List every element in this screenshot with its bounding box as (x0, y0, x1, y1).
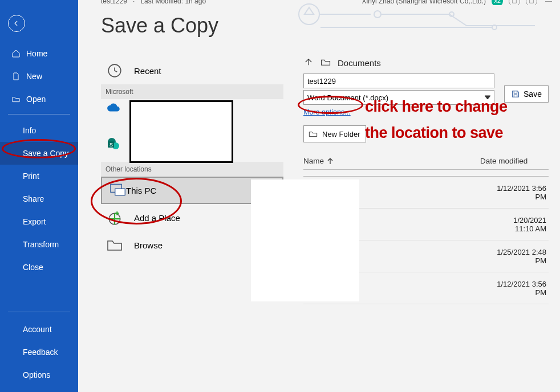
sidebar-label-open: Open (26, 95, 46, 104)
breadcrumb: Documents (303, 54, 549, 71)
locations-heading-microsoft: Microsoft (101, 84, 283, 99)
provider-onedrive[interactable] (101, 99, 283, 133)
new-folder-label: New Folder (322, 130, 360, 138)
whiteout-mask (251, 179, 359, 301)
sidebar-item-account[interactable]: Account (0, 318, 78, 341)
clock-icon (107, 63, 123, 79)
window-min-icon[interactable]: — (543, 0, 554, 5)
back-button[interactable] (8, 15, 25, 32)
last-modified: Last Modified: 1h ago (140, 0, 206, 5)
sidebar-item-share[interactable]: Share (0, 187, 78, 210)
new-folder-button[interactable]: New Folder (303, 125, 366, 142)
file-date-cell: 1/25/2021 2:48 PM (496, 248, 549, 265)
sidebar-item-close[interactable]: Close (0, 256, 78, 279)
annotation-circle-more-options (298, 96, 363, 114)
save-button-label: Save (524, 89, 542, 99)
file-date-cell: 1/20/2021 11:10 AM (496, 216, 549, 233)
sort-asc-icon (327, 158, 333, 164)
decorative-lines-icon (286, 0, 560, 34)
file-date-cell: 1/12/2021 3:56 PM (496, 184, 549, 201)
sidebar-item-home[interactable]: Home (0, 42, 78, 65)
dot: · (133, 0, 135, 5)
save-icon (511, 89, 520, 99)
backstage-sidebar: Home New Open Info Save a Copy Print Sha… (0, 0, 78, 392)
sidebar-item-print[interactable]: Print (0, 165, 78, 187)
sidebar-item-info[interactable]: Info (0, 119, 78, 142)
window-control-icon[interactable] (509, 0, 520, 5)
sidebar-nav-top: Home New Open Info Save a Copy Print Sha… (0, 42, 78, 279)
doc-filename: test1229 (101, 0, 127, 5)
sidebar-item-open[interactable]: Open (0, 88, 78, 111)
annotation-text-line1: click here to change (365, 98, 508, 116)
sidebar-item-options[interactable]: Options (0, 364, 78, 386)
filename-input[interactable] (303, 74, 494, 88)
sidebar-separator (8, 114, 70, 115)
arrow-left-icon (13, 19, 21, 27)
sidebar-item-export[interactable]: Export (0, 210, 78, 233)
folder-open-icon[interactable] (320, 57, 331, 69)
sidebar-item-feedback[interactable]: Feedback (0, 341, 78, 364)
file-list-header: Name Date modified (303, 153, 549, 170)
folder-open-icon (11, 95, 21, 104)
column-name[interactable]: Name (303, 157, 480, 165)
user-avatar[interactable]: XZ (492, 0, 503, 5)
svg-text:S: S (109, 142, 113, 148)
svg-point-1 (374, 11, 381, 18)
sharepoint-icon: S (107, 137, 120, 153)
user-name: Xinyi Zhao (Shanghai Wicresoft Co,.Ltd.) (362, 0, 486, 5)
window-control-icon[interactable] (526, 0, 537, 5)
annotation-circle-save-a-copy (2, 139, 76, 158)
cloud-icon (107, 103, 121, 115)
sidebar-label-new: New (26, 72, 42, 81)
breadcrumb-folder[interactable]: Documents (338, 58, 381, 68)
home-icon (11, 49, 21, 58)
page-title: Save a Copy (101, 14, 218, 38)
sidebar-label-home: Home (26, 49, 47, 58)
annotation-circle-this-pc (91, 178, 182, 224)
document-thumbnail (129, 100, 233, 163)
annotation-text-line2: the location to save (365, 124, 503, 142)
sidebar-separator-bottom (8, 312, 70, 312)
sidebar-item-transform[interactable]: Transform (0, 233, 78, 256)
location-recent[interactable]: Recent (101, 57, 283, 84)
location-label: Recent (134, 66, 161, 76)
sidebar-nav-bottom: Account Feedback Options (0, 308, 78, 386)
title-bar: test1229 · Last Modified: 1h ago Xinyi Z… (101, 0, 554, 5)
location-label: Browse (134, 240, 163, 250)
up-arrow-icon[interactable] (303, 57, 314, 69)
folder-icon (309, 129, 318, 138)
file-date-cell: 1/12/2021 3:56 PM (496, 280, 549, 297)
locations-heading-other: Other locations (101, 162, 283, 177)
column-date[interactable]: Date modified (480, 157, 549, 165)
sidebar-item-new[interactable]: New (0, 65, 78, 88)
list-gap (303, 170, 549, 177)
document-icon (11, 72, 21, 81)
folder-icon (107, 237, 123, 253)
save-button[interactable]: Save (504, 85, 549, 103)
